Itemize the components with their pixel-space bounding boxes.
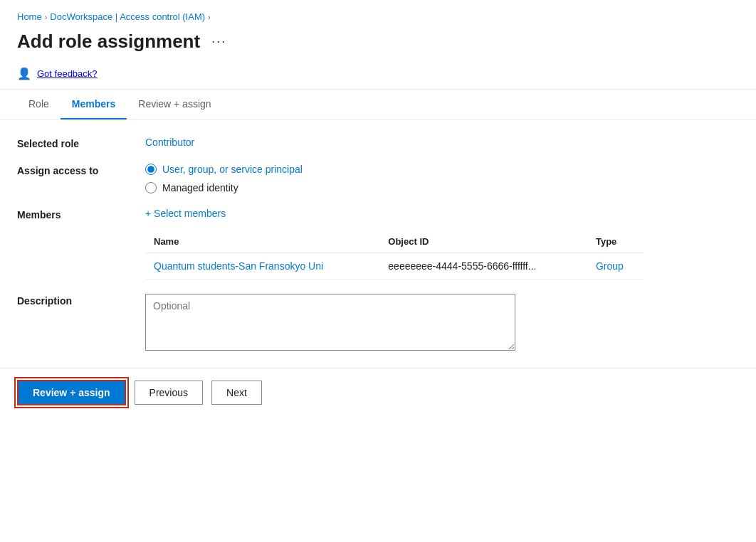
- radio-user-group[interactable]: User, group, or service principal: [145, 164, 739, 175]
- member-type: Group: [587, 253, 644, 280]
- member-name: Quantum students-San Fransokyo Uni: [145, 253, 379, 280]
- col-object-id: Object ID: [379, 230, 587, 253]
- description-row: Description: [17, 294, 739, 351]
- previous-button[interactable]: Previous: [135, 381, 203, 405]
- bottom-bar: Review + assign Previous Next: [0, 368, 756, 417]
- tab-role[interactable]: Role: [17, 90, 61, 119]
- page-wrapper: Home › DocWorkspace | Access control (IA…: [0, 0, 756, 542]
- next-button[interactable]: Next: [211, 381, 262, 405]
- breadcrumb-home[interactable]: Home: [17, 11, 42, 22]
- tab-review[interactable]: Review + assign: [127, 90, 222, 119]
- feedback-bar: 👤 Got feedback?: [0, 61, 756, 90]
- assign-access-label: Assign access to: [17, 164, 145, 176]
- selected-role-value: Contributor: [145, 137, 739, 148]
- radio-managed-identity-label: Managed identity: [162, 182, 238, 193]
- form-area: Selected role Contributor Assign access …: [0, 119, 756, 351]
- radio-user-group-label: User, group, or service principal: [162, 164, 303, 175]
- radio-managed-identity-input[interactable]: [145, 182, 157, 193]
- breadcrumb: Home › DocWorkspace | Access control (IA…: [0, 0, 756, 28]
- col-name: Name: [145, 230, 379, 253]
- tab-members[interactable]: Members: [61, 90, 127, 119]
- members-table: Name Object ID Type Quantum students-San…: [145, 230, 644, 280]
- description-input[interactable]: [145, 294, 515, 351]
- breadcrumb-chevron2: ›: [208, 13, 211, 21]
- tabs-bar: Role Members Review + assign: [0, 90, 756, 119]
- assign-access-row: Assign access to User, group, or service…: [17, 164, 739, 193]
- page-title: Add role assignment: [17, 31, 200, 53]
- ellipsis-button[interactable]: ···: [207, 33, 231, 51]
- members-label: Members: [17, 208, 145, 220]
- page-header: Add role assignment ···: [0, 28, 756, 61]
- breadcrumb-workspace[interactable]: DocWorkspace | Access control (IAM): [50, 11, 205, 22]
- member-object-id: eeeeeeee-4444-5555-6666-ffffff...: [379, 253, 587, 280]
- feedback-icon: 👤: [17, 67, 31, 80]
- radio-user-group-input[interactable]: [145, 164, 157, 175]
- selected-role-label: Selected role: [17, 137, 145, 149]
- radio-managed-identity[interactable]: Managed identity: [145, 182, 739, 193]
- feedback-link[interactable]: Got feedback?: [37, 68, 98, 79]
- col-type: Type: [587, 230, 644, 253]
- description-label: Description: [17, 294, 145, 307]
- review-assign-button[interactable]: Review + assign: [17, 380, 126, 405]
- assign-access-options: User, group, or service principal Manage…: [145, 164, 739, 193]
- select-members-link[interactable]: + Select members: [145, 208, 739, 219]
- members-row: Members + Select members Name Object ID …: [17, 208, 739, 280]
- breadcrumb-chevron1: ›: [45, 13, 48, 21]
- selected-role-row: Selected role Contributor: [17, 137, 739, 149]
- members-section: + Select members Name Object ID Type Qua…: [145, 208, 739, 280]
- table-row: Quantum students-San Fransokyo Uni eeeee…: [145, 253, 644, 280]
